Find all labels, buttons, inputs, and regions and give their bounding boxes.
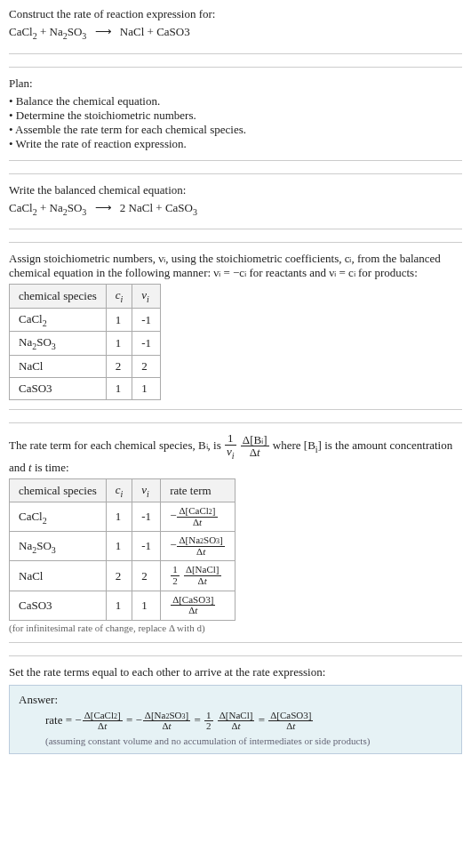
table-row: CaSO3 1 1 Δ[CaSO3]Δt	[10, 591, 236, 620]
cell-vi: 1	[132, 377, 161, 399]
table-row: Na2SO3 1 -1	[10, 332, 161, 356]
col-ci: ci	[106, 285, 132, 309]
coef-frac: 1 νi	[225, 432, 236, 461]
cell-vi: -1	[132, 332, 161, 356]
cell-ci: 2	[106, 561, 132, 591]
cell-species: CaCl2	[10, 502, 107, 532]
cell-ci: 1	[106, 377, 132, 399]
table-row: NaCl 2 2	[10, 355, 161, 377]
cell-species: Na2SO3	[10, 332, 107, 356]
final-section: Set the rate terms equal to each other t…	[9, 655, 462, 754]
rateterm-intro-pre: The rate term for each chemical species,…	[9, 438, 224, 452]
final-intro: Set the rate terms equal to each other t…	[9, 665, 462, 679]
col-vi: νi	[132, 478, 161, 502]
cell-ci: 1	[106, 532, 132, 561]
cell-ci: 1	[106, 502, 132, 532]
col-species: chemical species	[10, 478, 107, 502]
cell-vi: -1	[132, 308, 161, 332]
balanced-section: Write the balanced chemical equation: Ca…	[9, 173, 462, 230]
rateterm-table: chemical species ci νi rate term CaCl2 1…	[9, 478, 236, 621]
stoich-intro: Assign stoichiometric numbers, νᵢ, using…	[9, 252, 462, 280]
col-ci: ci	[106, 478, 132, 502]
plan-section: Plan: Balance the chemical equation. Det…	[9, 67, 462, 161]
cell-ci: 1	[106, 332, 132, 356]
cell-species: Na2SO3	[10, 532, 107, 561]
cell-ci: 1	[106, 308, 132, 332]
cell-species: NaCl	[10, 561, 107, 591]
table-row: CaSO3 1 1	[10, 377, 161, 399]
plan-step: Write the rate of reaction expression.	[9, 137, 462, 151]
prompt-section: Construct the rate of reaction expressio…	[9, 7, 462, 54]
plan-step: Determine the stoichiometric numbers.	[9, 108, 462, 123]
unbalanced-equation: CaCl2 + Na2SO3 ⟶ NaCl + CaSO3	[9, 25, 462, 41]
cell-vi: 1	[132, 591, 161, 620]
prompt-text: Construct the rate of reaction expressio…	[9, 7, 462, 21]
cell-species: CaSO3	[10, 377, 107, 399]
cell-rate: −Δ[Na2SO3]Δt	[161, 532, 236, 561]
plan-step: Assemble the rate term for each chemical…	[9, 123, 462, 137]
rateterm-intro: The rate term for each chemical species,…	[9, 432, 462, 475]
cell-rate: Δ[CaSO3]Δt	[161, 591, 236, 620]
table-row: CaCl2 1 -1	[10, 308, 161, 332]
col-vi: νi	[132, 285, 161, 309]
cell-vi: -1	[132, 502, 161, 532]
col-species: chemical species	[10, 285, 107, 309]
cell-species: NaCl	[10, 355, 107, 377]
stoich-table: chemical species ci νi CaCl2 1 -1 Na2SO3…	[9, 284, 161, 400]
cell-species: CaSO3	[10, 591, 107, 620]
delta-frac: Δ[Bᵢ] Δt	[241, 434, 269, 459]
col-rate: rate term	[161, 478, 236, 502]
plan-list: Balance the chemical equation. Determine…	[9, 94, 462, 151]
table-row: NaCl 2 2 12 Δ[NaCl]Δt	[10, 561, 236, 591]
cell-species: CaCl2	[10, 308, 107, 332]
rate-prefix: rate =	[45, 713, 75, 727]
answer-box: Answer: rate = −Δ[CaCl2]Δt = −Δ[Na2SO3]Δ…	[9, 685, 462, 754]
cell-vi: -1	[132, 532, 161, 561]
cell-vi: 2	[132, 355, 161, 377]
cell-rate: −Δ[CaCl2]Δt	[161, 502, 236, 532]
rateterm-section: The rate term for each chemical species,…	[9, 422, 462, 643]
cell-rate: 12 Δ[NaCl]Δt	[161, 561, 236, 591]
answer-rate: rate = −Δ[CaCl2]Δt = −Δ[Na2SO3]Δt = 12 Δ…	[45, 711, 452, 732]
table-row: Na2SO3 1 -1 −Δ[Na2SO3]Δt	[10, 532, 236, 561]
answer-label: Answer:	[19, 693, 452, 707]
plan-title: Plan:	[9, 76, 462, 91]
stoich-section: Assign stoichiometric numbers, νᵢ, using…	[9, 242, 462, 410]
rateterm-caption: (for infinitesimal rate of change, repla…	[9, 623, 462, 633]
table-row: CaCl2 1 -1 −Δ[CaCl2]Δt	[10, 502, 236, 532]
cell-vi: 2	[132, 561, 161, 591]
answer-note: (assuming constant volume and no accumul…	[45, 735, 452, 746]
cell-ci: 2	[106, 355, 132, 377]
balanced-equation: CaCl2 + Na2SO3 ⟶ 2 NaCl + CaSO3	[9, 201, 462, 217]
balanced-intro: Write the balanced chemical equation:	[9, 183, 462, 197]
cell-ci: 1	[106, 591, 132, 620]
plan-step: Balance the chemical equation.	[9, 94, 462, 108]
